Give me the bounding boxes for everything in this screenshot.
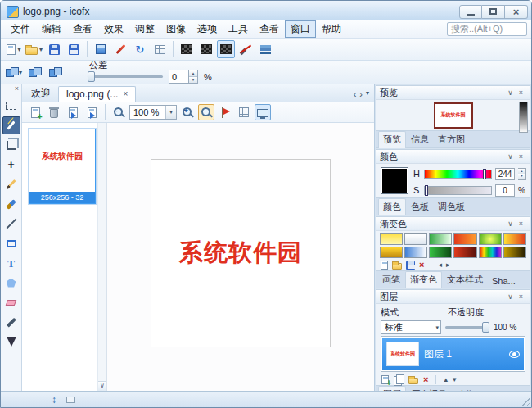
new-button[interactable]: ▾ [5,40,23,58]
close-button[interactable]: × [505,5,528,19]
gradient-swatch[interactable] [503,233,526,245]
open-button[interactable]: ▾ [25,40,43,58]
menu-effects[interactable]: 效果 [98,20,129,38]
tab-preview[interactable]: 预览 [378,131,406,148]
hue-slider-handle[interactable] [483,169,486,179]
gradient-prev-icon[interactable]: ◂ [438,261,442,269]
opacity-slider-handle[interactable] [482,322,489,333]
preview-zoom-strip[interactable] [519,102,528,133]
pencil-tool[interactable] [2,175,20,193]
shape-tool[interactable] [2,274,20,292]
gradient-swatch[interactable] [479,247,502,258]
rotate-button[interactable]: ↻ [131,40,149,58]
selection-mode-add-button[interactable] [25,63,43,81]
preview-collapse-icon[interactable]: ∨ [505,89,516,97]
menu-view-2[interactable]: 查看 [254,20,285,38]
tab-document[interactable]: logo.png (... × [58,86,136,102]
tab-gradient[interactable]: 渐变色 [405,271,442,288]
gradient-collapse-icon[interactable]: ∨ [505,220,516,228]
gradient-swatch[interactable] [503,247,526,258]
tab-swatches[interactable]: 色板 [407,199,433,215]
tab-scroll-left-icon[interactable]: ‹ [354,89,357,99]
zoom-in-button[interactable]: + [179,104,196,120]
canvas-area[interactable]: 系统软件园 [107,123,374,391]
preview-panel-header[interactable]: 预览 ∨ × [376,86,530,100]
foreground-color-swatch[interactable] [381,167,408,194]
gradient-panel-header[interactable]: 渐变色 ∨ × [376,217,530,231]
preview-close-icon[interactable]: × [516,89,526,97]
selection-preset-button[interactable]: ▾ [5,63,23,81]
zoom-out-button[interactable]: - [110,104,127,120]
move-layer-up-icon[interactable]: ▴ [444,376,448,383]
saturation-slider-handle[interactable] [425,185,428,196]
save-button[interactable] [45,40,63,58]
hue-spinner[interactable]: ▴▾ [518,168,526,180]
gradient-swatch[interactable] [404,247,427,258]
duplicate-layer-icon[interactable] [394,374,404,384]
selection-info-icon[interactable] [66,397,75,403]
selection-mode-subtract-button[interactable] [46,63,64,81]
scroll-mode-icon[interactable]: ↕ [52,395,56,405]
color-panel-header[interactable]: 颜色 ∨ × [376,150,530,164]
gradient-swatch[interactable] [479,233,502,245]
eyedropper-tool[interactable] [2,313,20,331]
grid-toggle-button[interactable] [236,104,252,120]
no-draw-button[interactable] [237,40,255,58]
menu-help[interactable]: 帮助 [316,20,347,38]
import-image-button[interactable] [83,104,100,120]
zoom-level-select[interactable]: 100 % ▾ [129,105,177,120]
zoom-tool-toggle[interactable] [198,104,214,120]
search-input[interactable]: 搜索..(Alt+Q) [447,22,527,36]
view-mode-3-button[interactable] [217,40,235,58]
resize-canvas-button[interactable] [151,40,169,58]
line-tool[interactable] [2,215,20,233]
tab-scroll-right-icon[interactable]: › [359,89,363,99]
eraser-tool[interactable] [2,293,20,311]
move-layer-down-icon[interactable]: ▾ [453,376,457,383]
gradient-close-icon[interactable]: × [516,220,526,228]
menu-adjust[interactable]: 调整 [129,20,160,38]
layers-view-button[interactable] [256,40,274,58]
saturation-slider[interactable] [424,186,492,195]
tab-histogram[interactable]: 直方图 [434,132,469,147]
resize-grip[interactable] [520,396,530,406]
maximize-button[interactable] [482,5,505,19]
color-close-icon[interactable]: × [516,153,526,161]
tab-shadow[interactable]: Sha... [488,274,520,288]
saturation-value[interactable]: 0 [495,184,515,197]
menu-window[interactable]: 窗口 [285,20,316,38]
text-tool[interactable]: T [2,254,20,272]
view-mode-1-button[interactable] [178,40,196,58]
canvas[interactable]: 系统软件园 [151,159,331,347]
view-mode-2-button[interactable] [197,40,215,58]
save-gradient-icon[interactable] [406,261,415,270]
move-tool[interactable]: + [2,156,20,174]
blend-mode-select[interactable]: 标准 ▾ [381,320,441,334]
color-picker-flag-button[interactable] [217,104,233,120]
edit-image-button[interactable] [111,40,129,58]
tab-text-style[interactable]: 文本样式 [443,272,487,288]
toolbox-close-icon[interactable]: × [15,84,19,93]
zoom-caret-icon[interactable]: ▾ [165,106,176,119]
tab-color[interactable]: 颜色 [378,198,406,215]
spin-up-icon[interactable]: ▴ [189,70,197,77]
preview-window-button[interactable] [255,104,271,120]
layer-group-icon[interactable] [408,378,418,384]
delete-gradient-icon[interactable]: × [419,261,424,270]
rectangle-tool[interactable] [2,234,20,252]
layer-row[interactable]: 系统软件园 图层 1 [382,338,524,370]
layer-visibility-eye-icon[interactable] [509,351,520,358]
menu-view[interactable]: 查看 [67,20,98,38]
gradient-next-icon[interactable]: ▸ [446,261,450,269]
tab-palette[interactable]: 调色板 [434,199,469,215]
tolerance-slider-handle[interactable] [88,71,95,82]
hue-value[interactable]: 244 [495,168,515,180]
new-from-image-button[interactable] [92,40,110,58]
hue-slider[interactable] [424,170,492,179]
gradient-swatch[interactable] [453,233,476,245]
add-image-button[interactable] [27,104,43,120]
pen-tool[interactable] [2,333,20,351]
magic-wand-tool[interactable] [2,116,20,134]
save-as-button[interactable] [65,40,83,58]
tolerance-spinbox[interactable]: 0 ▴▾ [169,70,198,84]
